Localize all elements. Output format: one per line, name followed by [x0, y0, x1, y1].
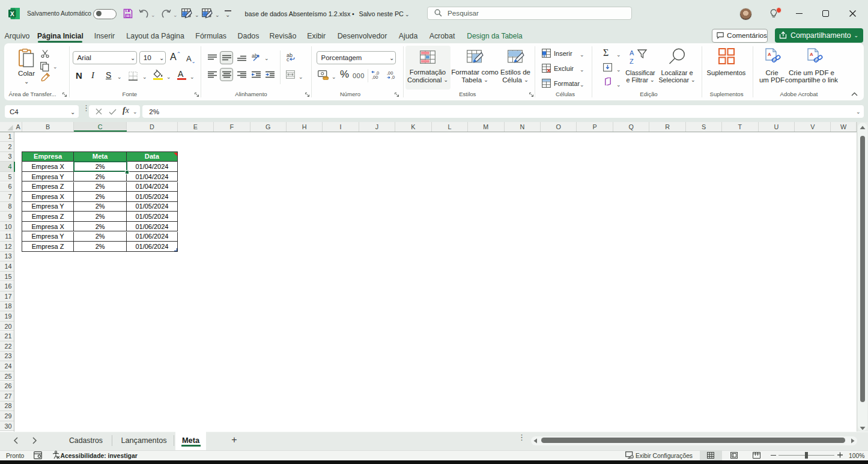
svg-text:Z: Z: [630, 58, 634, 65]
svg-text:,0: ,0: [391, 75, 395, 79]
svg-text:,00: ,00: [372, 75, 378, 79]
svg-text:X: X: [10, 10, 14, 17]
svg-text:A: A: [768, 52, 771, 57]
svg-text:A: A: [630, 49, 634, 56]
svg-text:ab: ab: [252, 53, 258, 59]
svg-text:A: A: [810, 52, 813, 57]
svg-text:c: c: [287, 56, 290, 61]
